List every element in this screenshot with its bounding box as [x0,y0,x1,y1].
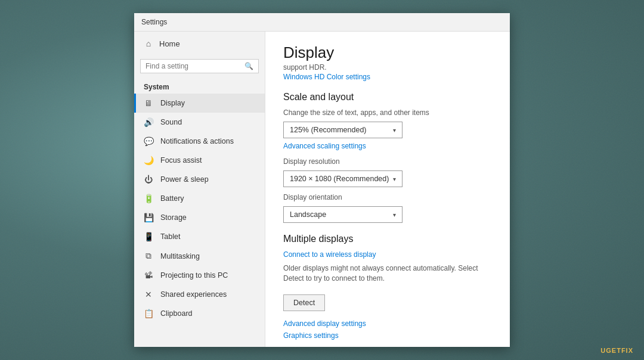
sidebar-item-label-clipboard: Clipboard [160,309,193,318]
sidebar-item-label-projecting: Projecting to this PC [160,271,228,280]
sidebar-item-label-focus: Focus assist [160,156,202,165]
search-icon: 🔍 [244,62,253,70]
display-icon: 🖥 [144,98,153,108]
sound-icon: 🔊 [144,117,153,127]
sidebar-item-multitasking[interactable]: ⧉ Multitasking [134,246,265,266]
orientation-dropdown-arrow: ▾ [393,212,396,218]
sidebar-item-label-storage: Storage [160,213,187,222]
orientation-dropdown-value: Landscape [290,210,326,219]
resolution-dropdown[interactable]: 1920 × 1080 (Recommended) ▾ [283,170,402,187]
watermark-prefix: U [600,347,606,354]
scale-desc: Change the size of text, apps, and other… [283,108,492,117]
sidebar-item-display[interactable]: 🖥 Display [134,94,265,113]
sidebar-item-home[interactable]: ⌂ Home [134,32,265,55]
sidebar-item-label-tablet: Tablet [160,232,180,241]
advanced-links-group: Advanced display settings Graphics setti… [283,319,492,340]
sidebar-section-label: System [134,79,265,94]
orientation-dropdown[interactable]: Landscape ▾ [283,206,402,223]
sidebar-item-focus[interactable]: 🌙 Focus assist [134,151,265,170]
shared-icon: ✕ [144,290,153,299]
page-title: Display [283,44,492,62]
sidebar-item-tablet[interactable]: 📱 Tablet [134,227,265,246]
window-title: Settings [141,18,167,26]
sidebar-item-label-multitasking: Multitasking [160,252,200,260]
tablet-icon: 📱 [144,232,153,241]
notifications-icon: 💬 [144,136,153,146]
title-bar: Settings [134,13,510,32]
watermark-suffix: FIX [621,347,633,354]
home-label: Home [159,39,180,48]
sidebar-item-label-power: Power & sleep [160,175,209,184]
sidebar-item-sound[interactable]: 🔊 Sound [134,113,265,132]
scale-dropdown-value: 125% (Recommended) [290,126,367,134]
resolution-dropdown-value: 1920 × 1080 (Recommended) [290,175,389,183]
sidebar-item-shared[interactable]: ✕ Shared experiences [134,285,265,304]
sidebar-item-projecting[interactable]: 📽 Projecting to this PC [134,266,265,285]
graphics-settings-link[interactable]: Graphics settings [283,331,492,340]
advanced-display-link[interactable]: Advanced display settings [283,319,492,328]
scale-section-title: Scale and layout [283,92,492,103]
watermark-highlight: GET [606,347,621,354]
sidebar-item-clipboard[interactable]: 📋 Clipboard [134,304,265,323]
sidebar-item-label-battery: Battery [160,194,184,203]
hdr-link[interactable]: Windows HD Color settings [283,73,492,81]
search-input[interactable] [145,62,241,70]
clipboard-icon: 📋 [144,309,153,318]
sidebar-item-notifications[interactable]: 💬 Notifications & actions [134,132,265,151]
older-displays-text: Older displays might not always connect … [283,263,480,284]
multitasking-icon: ⧉ [144,251,153,261]
advanced-scaling-link[interactable]: Advanced scaling settings [283,142,492,150]
settings-window: Settings ⌂ Home 🔍 System 🖥 Display � [134,13,510,347]
scale-dropdown[interactable]: 125% (Recommended) ▾ [283,122,402,138]
sidebar-item-label-notifications: Notifications & actions [160,137,234,145]
hdr-support-text: support HDR. [283,63,492,72]
storage-icon: 💾 [144,213,153,222]
scale-dropdown-arrow: ▾ [393,127,396,134]
window-body: ⌂ Home 🔍 System 🖥 Display 🔊 Sound 💬 N [134,32,510,347]
orientation-label: Display orientation [283,193,492,201]
resolution-label: Display resolution [283,157,492,166]
sidebar-item-storage[interactable]: 💾 Storage [134,208,265,227]
sidebar-item-power[interactable]: ⏻ Power & sleep [134,170,265,189]
battery-icon: 🔋 [144,194,153,203]
sidebar-item-battery[interactable]: 🔋 Battery [134,189,265,208]
sidebar-item-label-sound: Sound [160,118,182,126]
projecting-icon: 📽 [144,271,153,280]
focus-icon: 🌙 [144,156,153,165]
watermark: UGETFIX [600,347,633,354]
main-content: Display support HDR. Windows HD Color se… [265,32,510,347]
sidebar-item-label-shared: Shared experiences [160,290,227,299]
detect-button[interactable]: Detect [283,294,325,311]
sidebar-item-label-display: Display [160,99,185,107]
sidebar: ⌂ Home 🔍 System 🖥 Display 🔊 Sound 💬 N [134,32,265,347]
power-icon: ⏻ [144,175,153,184]
search-box[interactable]: 🔍 [140,59,259,73]
home-icon: ⌂ [144,39,153,48]
resolution-dropdown-arrow: ▾ [393,176,396,182]
multiple-displays-title: Multiple displays [283,234,492,244]
connect-wireless-link[interactable]: Connect to a wireless display [283,250,492,259]
